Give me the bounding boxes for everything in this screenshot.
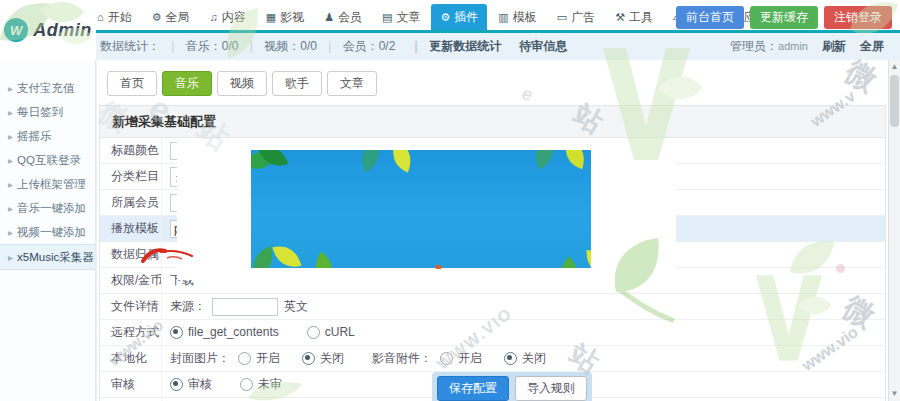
sidebar-item[interactable]: ▸QQ互联登录 (0, 148, 95, 172)
form-row-file-detail: 文件详情 来源： 英文 (100, 294, 885, 320)
nav-item[interactable]: ♫ 内容 (201, 4, 255, 30)
field-label: 所属会员 (100, 190, 162, 215)
nav-item[interactable]: ▤ 文章 (373, 4, 429, 30)
radio-label: 审核 (188, 372, 212, 397)
radio-label: 关闭 (522, 346, 546, 371)
content-tabs: 首页音乐视频歌手文章 (107, 71, 377, 96)
radio-option: 审核 (170, 372, 212, 397)
admin-label: 管理员：admin (730, 38, 808, 55)
sidebar-item-label: 摇摇乐 (17, 130, 52, 142)
caret-right-icon: ▸ (8, 83, 13, 94)
field-label: 文件详情 (100, 294, 162, 319)
sidebar-item[interactable]: ▸视频一键添加 (0, 220, 95, 244)
content-tab[interactable]: 歌手 (272, 71, 322, 96)
scrollbar-thumb[interactable] (890, 75, 899, 127)
radio-option: 未审 (240, 372, 282, 397)
stats-list: 音乐：0/0视频：0/0会员：0/2 (160, 38, 395, 55)
header-action-button[interactable]: 注销登录 (824, 6, 892, 29)
stats-right: 管理员：admin 刷新 全屏 (730, 38, 884, 55)
stats-bar: 数据统计： 音乐：0/0视频：0/0会员：0/2 更新数据统计待审信息 管理员：… (0, 33, 900, 60)
content-tab[interactable]: 视频 (217, 71, 267, 96)
sidebar: ▸支付宝充值 ▸每日签到 ▸摇摇乐 ▸QQ互联登录 ▸上传框架管理 ▸音乐一键添… (0, 60, 96, 401)
stats-link[interactable]: 更新数据统计 (403, 38, 501, 55)
sidebar-item-label: x5Music采集器 (17, 251, 94, 263)
radio-label: 开启 (256, 346, 280, 371)
scroll-up-icon[interactable]: ▲ (889, 61, 900, 73)
refresh-link[interactable]: 刷新 (822, 38, 846, 55)
caret-right-icon: ▸ (8, 252, 13, 263)
content-tab[interactable]: 首页 (107, 71, 157, 96)
media-attachment-options: 开启 关闭 (440, 346, 568, 371)
radio-button[interactable] (504, 352, 517, 365)
radio-option: cURL (307, 320, 355, 345)
nav-item-label: 工具 (629, 9, 653, 26)
radio-option: 开启 (440, 346, 482, 371)
media-attachment-label: 影音附件： (372, 346, 432, 371)
field-label: 权限/金币 (100, 268, 162, 293)
content-music-icon: ♫ (210, 11, 218, 23)
caret-right-icon: ▸ (8, 179, 13, 190)
logo-text: Admin (33, 20, 92, 41)
nav-item[interactable]: ⚙ 插件 (431, 4, 487, 30)
home-icon: ⌂ (97, 11, 104, 23)
sidebar-item-label: 上传框架管理 (17, 178, 86, 190)
nav-item[interactable]: ▦ 影视 (257, 4, 313, 30)
radio-button[interactable] (240, 378, 253, 391)
content-tab[interactable]: 文章 (327, 71, 377, 96)
stats-link[interactable]: 待审信息 (501, 38, 567, 55)
save-config-button[interactable]: 保存配置 (437, 376, 509, 401)
stats-links: 更新数据统计待审信息 (403, 38, 567, 55)
radio-button[interactable] (307, 326, 320, 339)
nav-item[interactable]: ⚒ 工具 (606, 4, 662, 30)
sidebar-item-label: QQ互联登录 (17, 154, 81, 166)
sidebar-item[interactable]: ▸支付宝充值 (0, 76, 95, 100)
header-action-button[interactable]: 前台首页 (676, 6, 744, 29)
nav-item[interactable]: ♟ 会员 (315, 4, 371, 30)
nav-item[interactable]: ⚙ 全局 (143, 4, 199, 30)
sidebar-item[interactable]: ▸音乐一键添加 (0, 196, 95, 220)
nav-item-label: 广告 (571, 9, 595, 26)
caret-right-icon: ▸ (8, 227, 13, 238)
radio-option: 关闭 (504, 346, 546, 371)
scroll-down-icon[interactable]: ▼ (889, 388, 900, 400)
plugins-cogs-icon: ⚙ (440, 11, 450, 24)
red-scribble-annotation (141, 246, 195, 266)
sidebar-item[interactable]: ▸x5Music采集器 (0, 244, 95, 270)
stat-item: 视频：0/0 (238, 39, 316, 53)
sidebar-item[interactable]: ▸摇摇乐 (0, 124, 95, 148)
content-tab[interactable]: 音乐 (162, 71, 212, 96)
header-action-button[interactable]: 更新缓存 (750, 6, 818, 29)
radio-option: file_get_contents (170, 320, 279, 345)
radio-button[interactable] (440, 352, 453, 365)
sidebar-item[interactable]: ▸每日签到 (0, 100, 95, 124)
sidebar-item[interactable]: ▸上传框架管理 (0, 172, 95, 196)
radio-button[interactable] (238, 352, 251, 365)
stat-item: 会员：0/2 (317, 39, 395, 53)
caret-right-icon: ▸ (8, 107, 13, 118)
import-rules-button[interactable]: 导入规则 (515, 376, 587, 401)
radio-button[interactable] (170, 378, 183, 391)
field-label: 远程方式 (100, 320, 162, 345)
vertical-scrollbar[interactable]: ▲ ▼ (888, 60, 900, 401)
nav-item-label: 全局 (166, 9, 190, 26)
movies-screen-icon: ▦ (266, 11, 276, 24)
stats-prefix: 数据统计： (100, 38, 160, 55)
stat-item: 音乐：0/0 (160, 39, 238, 53)
section-title: 新增采集基础配置 (100, 106, 885, 138)
nav-item-label: 会员 (338, 9, 362, 26)
teal-divider (88, 30, 900, 33)
nav-item[interactable]: ▥ 模板 (489, 4, 545, 30)
caret-right-icon: ▸ (8, 203, 13, 214)
radio-button[interactable] (170, 326, 183, 339)
fullscreen-link[interactable]: 全屏 (860, 38, 884, 55)
field-label: 标题颜色 (100, 138, 162, 163)
radio-button[interactable] (302, 352, 315, 365)
source-input[interactable] (212, 298, 278, 316)
sidebar-item-label: 每日签到 (17, 106, 63, 118)
remote-options: file_get_contents cURL (162, 320, 885, 345)
radio-label: cURL (325, 320, 355, 345)
nav-item[interactable]: ▭ 广告 (548, 4, 604, 30)
cover-image-options: 开启 关闭 (238, 346, 366, 371)
top-bar: ⌂ 开始 ⚙ 全局 ♫ 内容 ▦ 影视 ♟ 会员 ▤ 文章 (0, 0, 900, 33)
language-label: 英文 (284, 294, 308, 319)
